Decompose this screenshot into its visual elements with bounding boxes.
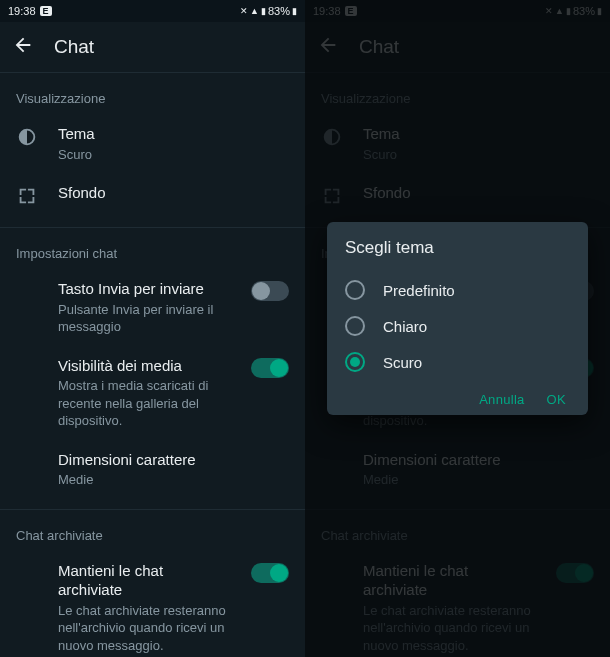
keep-archived-toggle[interactable] [251, 563, 289, 583]
enter-send-row[interactable]: Tasto Invia per inviare Pulsante Invia p… [0, 269, 305, 346]
chat-settings-screen-with-dialog: 19:38 E ✕ ▲ ▮ 83% ▮ Chat Visualizzazione… [305, 0, 610, 657]
section-header: Visualizzazione [0, 83, 305, 114]
theme-row[interactable]: Tema Scuro [0, 114, 305, 173]
back-icon[interactable] [12, 34, 34, 60]
section-header: Impostazioni chat [0, 238, 305, 269]
radio-icon [345, 316, 365, 336]
font-size-subtitle: Medie [58, 471, 289, 489]
status-time: 19:38 [8, 5, 36, 17]
chat-settings-screen: 19:38 E ✕ ▲ ▮ 83% ▮ Chat Visualizzazione… [0, 0, 305, 657]
enter-send-toggle[interactable] [251, 281, 289, 301]
enter-send-subtitle: Pulsante Invia per inviare il messaggio [58, 301, 231, 336]
section-archived: Chat archiviate Mantieni le chat archivi… [0, 509, 305, 657]
dialog-title: Scegli tema [345, 238, 570, 258]
theme-icon [16, 124, 38, 148]
keep-archived-title: Mantieni le chat archiviate [58, 561, 231, 600]
theme-title: Tema [58, 124, 289, 144]
font-size-title: Dimensioni carattere [58, 450, 289, 470]
theme-option-default[interactable]: Predefinito [345, 272, 570, 308]
theme-option-light[interactable]: Chiaro [345, 308, 570, 344]
status-indicator-icon: E [40, 6, 52, 16]
radio-label: Predefinito [383, 282, 455, 299]
enter-send-title: Tasto Invia per inviare [58, 279, 231, 299]
radio-icon [345, 352, 365, 372]
vibrate-icon: ✕ [240, 6, 248, 16]
font-size-row[interactable]: Dimensioni carattere Medie [0, 440, 305, 499]
section-display: Visualizzazione Tema Scuro Sfondo [0, 72, 305, 227]
media-visibility-subtitle: Mostra i media scaricati di recente nell… [58, 377, 231, 430]
section-header: Chat archiviate [0, 520, 305, 551]
battery-text: 83% [268, 5, 290, 17]
theme-option-dark[interactable]: Scuro [345, 344, 570, 380]
wifi-icon: ▲ [250, 6, 259, 16]
wallpaper-icon [16, 183, 38, 207]
keep-archived-row[interactable]: Mantieni le chat archiviate Le chat arch… [0, 551, 305, 657]
battery-icon: ▮ [292, 6, 297, 16]
keep-archived-subtitle: Le chat archiviate resteranno nell'archi… [58, 602, 231, 655]
radio-label: Chiaro [383, 318, 427, 335]
media-visibility-row[interactable]: Visibilità dei media Mostra i media scar… [0, 346, 305, 440]
page-title: Chat [54, 36, 94, 58]
app-bar: Chat [0, 22, 305, 72]
wallpaper-row[interactable]: Sfondo [0, 173, 305, 217]
cancel-button[interactable]: Annulla [479, 392, 524, 407]
signal-icon: ▮ [261, 6, 266, 16]
theme-subtitle: Scuro [58, 146, 289, 164]
radio-label: Scuro [383, 354, 422, 371]
radio-icon [345, 280, 365, 300]
section-chat: Impostazioni chat Tasto Invia per inviar… [0, 227, 305, 509]
theme-dialog: Scegli tema Predefinito Chiaro Scuro Ann… [327, 222, 588, 415]
status-bar: 19:38 E ✕ ▲ ▮ 83% ▮ [0, 0, 305, 22]
media-visibility-title: Visibilità dei media [58, 356, 231, 376]
wallpaper-title: Sfondo [58, 183, 289, 203]
media-visibility-toggle[interactable] [251, 358, 289, 378]
ok-button[interactable]: OK [547, 392, 566, 407]
